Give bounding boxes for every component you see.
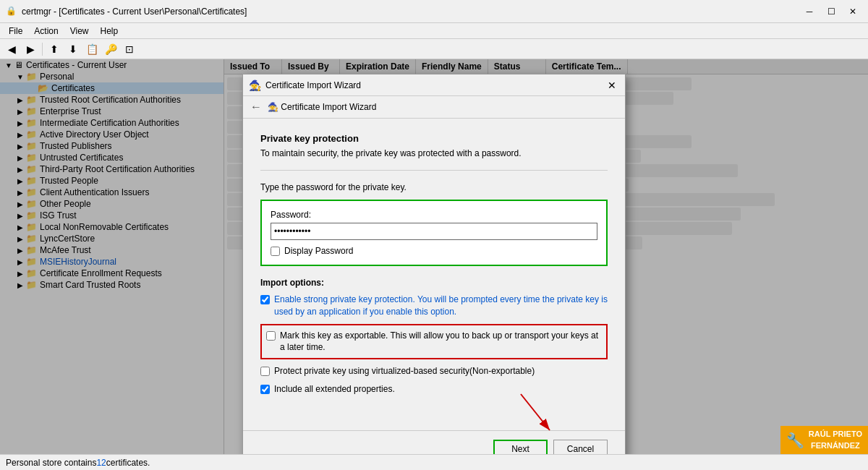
dialog-icon: 🧙	[249, 80, 261, 91]
dialog-body: Private key protection To maintain secur…	[243, 119, 625, 430]
dialog-back-button[interactable]: ←	[250, 101, 262, 114]
dialog-nav-title: Certificate Import Wizard	[281, 102, 376, 112]
option-row-2: Mark this key as exportable. This will a…	[260, 324, 608, 360]
dialog-footer: Next Cancel	[243, 430, 625, 454]
display-password-label: Display Password	[284, 246, 353, 256]
menu-view[interactable]: View	[64, 25, 95, 38]
app-icon: 🔒	[6, 6, 17, 17]
toolbar-back[interactable]: ◀	[3, 41, 20, 57]
dialog-divider	[260, 170, 608, 171]
toolbar-up[interactable]: ⬆	[46, 41, 63, 57]
option-3-text: Protect private key using virtualized-ba…	[274, 365, 535, 377]
main-area: ▼🖥Certificates - Current User▼📁Personal📂…	[0, 59, 868, 454]
import-options-label: Import options:	[260, 278, 608, 288]
window-title: certmgr - [Certificates - Current User\P…	[22, 7, 800, 17]
dialog-title: Certificate Import Wizard	[265, 80, 605, 90]
password-input[interactable]	[271, 223, 597, 240]
close-button[interactable]: ✕	[843, 4, 862, 19]
display-password-row: Display Password	[271, 246, 597, 256]
option-1-checkbox[interactable]	[260, 295, 270, 304]
section-desc: To maintain security, the private key wa…	[260, 148, 608, 158]
watermark-text: RAÚL PRIETO FERNÁNDEZ	[809, 429, 862, 451]
toolbar-forward[interactable]: ▶	[22, 41, 39, 57]
toolbar: ◀ ▶ ⬆ ⬇ 📋 🔑 ⊡	[0, 39, 868, 59]
option-row-1: Enable strong private key protection. Yo…	[260, 294, 608, 318]
toolbar-grid[interactable]: ⊡	[121, 41, 138, 57]
svg-line-1	[521, 394, 550, 430]
dialog-titlebar: 🧙 Certificate Import Wizard ✕	[243, 74, 625, 96]
minimize-button[interactable]: ─	[800, 4, 819, 19]
watermark-line2: FERNÁNDEZ	[809, 440, 862, 451]
menu-bar: File Action View Help	[0, 23, 868, 39]
menu-help[interactable]: Help	[95, 25, 124, 38]
watermark-line1: RAÚL PRIETO	[809, 429, 862, 440]
option-4-text: Include all extended properties.	[274, 383, 395, 396]
window-controls: ─ ☐ ✕	[800, 4, 862, 19]
menu-file[interactable]: File	[3, 25, 28, 38]
dialog-overlay: 🧙 Certificate Import Wizard ✕ ← 🧙 Certif…	[0, 59, 868, 454]
cancel-button[interactable]: Cancel	[553, 440, 608, 454]
option-row-3: Protect private key using virtualized-ba…	[260, 365, 608, 377]
option-2-text: Mark this key as exportable. This will a…	[280, 330, 602, 354]
dialog-wizard-icon: 🧙	[268, 102, 278, 112]
arrow-container	[260, 401, 608, 416]
next-button[interactable]: Next	[493, 440, 548, 454]
password-label: Password:	[271, 210, 597, 220]
option-2-checkbox[interactable]	[266, 331, 276, 341]
option-3-checkbox[interactable]	[260, 367, 270, 376]
toolbar-copy[interactable]: 📋	[83, 41, 101, 57]
dialog: 🧙 Certificate Import Wizard ✕ ← 🧙 Certif…	[242, 74, 626, 454]
dialog-nav: ← 🧙 Certificate Import Wizard	[243, 96, 625, 119]
toolbar-key[interactable]: 🔑	[102, 41, 119, 57]
watermark: 🔧 RAÚL PRIETO FERNÁNDEZ	[780, 426, 868, 454]
type-label: Type the password for the private key.	[260, 182, 608, 192]
toolbar-down[interactable]: ⬇	[64, 41, 82, 57]
menu-action[interactable]: Action	[28, 25, 64, 38]
section-title: Private key protection	[260, 133, 608, 144]
option-4-checkbox[interactable]	[260, 385, 270, 394]
option-1-text: Enable strong private key protection. Yo…	[274, 294, 608, 318]
toolbar-sep-1	[42, 43, 43, 56]
display-password-checkbox[interactable]	[271, 247, 280, 256]
maximize-button[interactable]: ☐	[822, 4, 841, 19]
password-section: Password: Display Password	[260, 200, 608, 266]
watermark-icon: 🔧	[786, 430, 804, 450]
title-bar: 🔒 certmgr - [Certificates - Current User…	[0, 0, 868, 23]
dialog-close-button[interactable]: ✕	[605, 79, 619, 92]
arrow-svg	[506, 394, 564, 437]
